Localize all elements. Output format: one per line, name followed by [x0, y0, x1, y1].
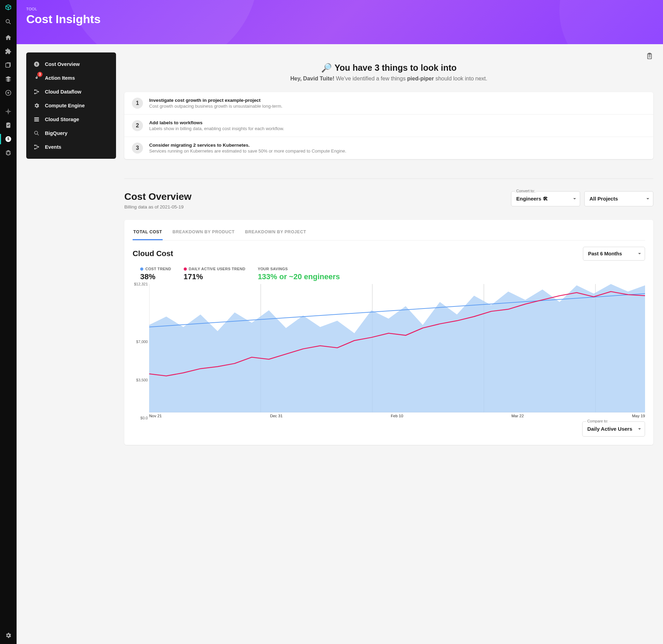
gear-icon	[33, 102, 40, 109]
alerts-list: 1 Investigate cost growth in project exa…	[124, 92, 653, 159]
dataflow-icon	[33, 88, 40, 95]
sidebar-item-label: Cost Overview	[45, 61, 80, 67]
alert-number: 2	[132, 120, 143, 131]
svg-text:$: $	[7, 137, 9, 141]
svg-rect-9	[34, 93, 36, 94]
page-title: Cost Insights	[26, 12, 653, 26]
layers-icon[interactable]	[4, 75, 12, 83]
alert-title: Consider migrating 2 services to Kuberne…	[149, 143, 346, 148]
chart-card: TOTAL COST BREAKDOWN BY PRODUCT BREAKDOW…	[124, 220, 653, 445]
sidebar-panel: $ Cost Overview 3 Action Items Cloud Dat…	[26, 52, 116, 159]
x-axis: Nov 21 Dec 31 Feb 10 Mar 22 May 19	[149, 414, 645, 418]
alert-desc: Cost growth outpacing business growth is…	[149, 104, 282, 109]
events-icon	[33, 144, 40, 150]
chart-legend: COST TREND 38% DAILY ACTIVE USERS TREND …	[133, 267, 645, 281]
sidebar-item-action-items[interactable]: 3 Action Items	[30, 71, 113, 85]
header-eyebrow: TOOL	[26, 7, 653, 11]
settings-icon[interactable]	[4, 632, 12, 639]
sidebar-item-events[interactable]: Events	[30, 140, 113, 154]
svg-rect-11	[34, 117, 39, 118]
svg-rect-13	[34, 120, 39, 121]
tab-total-cost[interactable]: TOTAL COST	[133, 226, 163, 240]
home-icon[interactable]	[4, 34, 12, 41]
tasks-icon[interactable]	[4, 121, 12, 129]
sidebar-item-cloud-dataflow[interactable]: Cloud Dataflow	[30, 85, 113, 99]
chevron-down-icon	[646, 197, 650, 201]
svg-text:$: $	[36, 62, 37, 66]
brand-icon[interactable]	[4, 4, 12, 12]
svg-rect-17	[38, 146, 39, 148]
compare-to-select[interactable]: Compare to: Daily Active Users	[582, 421, 645, 437]
sidebar-item-label: Cloud Storage	[45, 117, 79, 122]
sidebar-item-label: Compute Engine	[45, 103, 85, 108]
badge-count: 3	[37, 72, 42, 77]
alerts-heading: You have 3 things to look into	[335, 63, 457, 73]
svg-point-3	[8, 111, 9, 113]
chevron-down-icon	[638, 427, 641, 431]
clipboard-icon[interactable]	[646, 52, 653, 60]
alert-title: Add labels to workflows	[149, 120, 284, 125]
chart-svg	[149, 284, 645, 412]
y-axis: $12,321 $7,000 $3,500 $0.0	[133, 284, 149, 418]
legend-dau-trend: DAILY ACTIVE USERS TREND 171%	[184, 267, 246, 281]
search-icon	[33, 130, 40, 137]
alert-desc: Services running on Kubernetes are estim…	[149, 148, 346, 154]
svg-rect-15	[34, 145, 36, 146]
alert-number: 1	[132, 98, 143, 109]
chart-title: Cloud Cost	[133, 249, 173, 258]
add-icon[interactable]	[4, 89, 12, 97]
page-header: TOOL Cost Insights	[17, 0, 663, 44]
search-icon[interactable]	[4, 18, 12, 26]
dollar-circle-icon: $	[33, 61, 40, 68]
sidebar-item-compute-engine[interactable]: Compute Engine	[30, 99, 113, 113]
overview-subtitle: Billing data as of 2021-05-19	[124, 204, 192, 209]
cost-icon[interactable]: $	[4, 135, 12, 143]
chevron-down-icon	[638, 252, 641, 255]
svg-rect-16	[34, 148, 36, 149]
target-icon[interactable]	[4, 108, 12, 115]
magnify-emoji: 🔎	[321, 63, 332, 73]
sidebar-item-cloud-storage[interactable]: Cloud Storage	[30, 113, 113, 126]
nav-rail: $	[0, 0, 17, 644]
alerts-greeting: Hey, David Tuite! We've identified a few…	[124, 76, 653, 82]
sidebar-item-label: BigQuery	[45, 130, 67, 136]
divider	[124, 178, 653, 179]
tab-breakdown-product[interactable]: BREAKDOWN BY PRODUCT	[172, 226, 235, 240]
alert-item[interactable]: 2 Add labels to workflows Labels show in…	[124, 115, 653, 137]
chart-tabs: TOTAL COST BREAKDOWN BY PRODUCT BREAKDOW…	[133, 226, 645, 241]
library-icon[interactable]	[4, 61, 12, 69]
sidebar-item-bigquery[interactable]: BigQuery	[30, 126, 113, 140]
alert-title: Investigate cost growth in project examp…	[149, 98, 282, 103]
svg-rect-10	[38, 91, 39, 92]
sidebar-item-label: Events	[45, 144, 61, 150]
alert-desc: Labels show in billing data, enabling co…	[149, 126, 284, 131]
alert-item[interactable]: 1 Investigate cost growth in project exa…	[124, 92, 653, 115]
svg-point-0	[6, 19, 9, 23]
legend-cost-trend: COST TREND 38%	[140, 267, 171, 281]
overview-title: Cost Overview	[124, 191, 192, 202]
svg-point-14	[35, 131, 38, 134]
extension-icon[interactable]	[4, 48, 12, 55]
field-label: Compare to:	[586, 419, 610, 423]
alert-item[interactable]: 3 Consider migrating 2 services to Kuber…	[124, 137, 653, 159]
field-value: Engineers 🛠	[516, 196, 548, 202]
sidebar-item-label: Cloud Dataflow	[45, 89, 81, 95]
field-label: Convert to:	[515, 189, 536, 193]
project-select[interactable]: All Projects	[584, 191, 653, 206]
period-select[interactable]: Past 6 Months	[583, 247, 645, 261]
graphql-icon[interactable]	[4, 149, 12, 157]
legend-savings: YOUR SAVINGS 133% or ~20 engineers	[258, 267, 340, 281]
chevron-down-icon	[573, 197, 576, 201]
alert-number: 3	[132, 143, 143, 154]
sidebar-item-cost-overview[interactable]: $ Cost Overview	[30, 57, 113, 71]
sidebar-item-label: Action Items	[45, 75, 75, 81]
tab-breakdown-project[interactable]: BREAKDOWN BY PROJECT	[244, 226, 307, 240]
field-value: Daily Active Users	[587, 426, 632, 432]
storage-icon	[33, 116, 40, 123]
field-value: All Projects	[589, 196, 618, 202]
svg-rect-1	[6, 63, 10, 67]
convert-to-select[interactable]: Convert to: Engineers 🛠	[511, 191, 580, 206]
alerts-header: 🔎 You have 3 things to look into Hey, Da…	[124, 63, 653, 82]
period-value: Past 6 Months	[588, 251, 622, 256]
svg-rect-12	[34, 119, 39, 120]
